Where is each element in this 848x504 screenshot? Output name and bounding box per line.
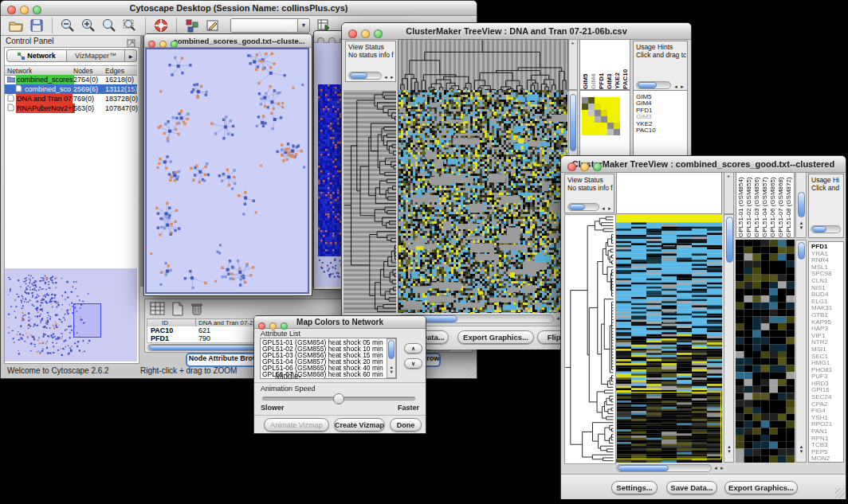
zoom-window-button[interactable] <box>374 29 383 38</box>
status-hscrollbar[interactable] <box>348 72 382 80</box>
view-status-panel: View StatusNo status info f ◄► <box>345 41 396 82</box>
column-label: GPL51-06 (GSM865) <box>769 173 777 237</box>
save-session-icon[interactable] <box>29 18 45 33</box>
usage-hints-panel: Usage HiClick and <box>808 174 844 238</box>
attribute-select-icon[interactable] <box>150 302 166 319</box>
row-dendrogram[interactable] <box>564 214 616 464</box>
dialog-button-create-vizmap[interactable]: Create Vizmap <box>334 418 385 432</box>
search-dropdown-button[interactable]: ▼ <box>297 18 310 33</box>
treeview2-resize-grip[interactable] <box>835 488 845 498</box>
search-input[interactable] <box>230 18 299 33</box>
minimize-button[interactable] <box>361 29 370 38</box>
treeview-button-settings-[interactable]: Settings... <box>611 481 658 494</box>
mini-vscrollbar[interactable]: ▲▼ <box>795 240 807 463</box>
hints-hscrollbar[interactable] <box>636 81 671 89</box>
heatmap-vscrollbar[interactable]: ▲▼ <box>724 214 734 463</box>
row-dendrogram[interactable] <box>344 90 396 313</box>
mini-heatmap-cell <box>588 104 595 110</box>
zoom-window-button[interactable] <box>281 322 288 330</box>
heatmap[interactable] <box>398 90 567 313</box>
move-down-button[interactable]: ∨ <box>404 358 422 369</box>
file-icon <box>15 84 23 94</box>
help-lifebuoy-icon[interactable] <box>153 18 169 33</box>
treeview-button-export-graphics-[interactable]: Export Graphics... <box>724 481 798 494</box>
network-table-row[interactable]: combined_sco2569(6)13112(15) <box>5 84 137 94</box>
status-hint-pan: Middle- <box>275 372 301 381</box>
network-canvas[interactable] <box>147 49 308 292</box>
zoom-window-button[interactable] <box>593 162 602 171</box>
dialog-button-animate-vizmap[interactable]: Animate Vizmap <box>264 418 329 432</box>
column-header: Nodes <box>73 67 93 75</box>
slider-thumb[interactable] <box>333 393 344 404</box>
attribute-list-vscrollbar[interactable]: ▲▼ <box>387 338 396 378</box>
column-labels-panel: GIM5GIM4PFD1GIM3YKE2PAC10 <box>579 39 630 90</box>
column-label: GPL51-02 (GSM855) <box>745 173 753 237</box>
treeview-button-save-data-[interactable]: Save Data... <box>666 481 717 494</box>
column-label: PAC10 <box>622 40 630 89</box>
minimize-button[interactable] <box>159 41 167 48</box>
treeview-button-export-graphics-[interactable]: Export Graphics... <box>457 330 534 344</box>
heatmap[interactable] <box>616 214 722 463</box>
close-button[interactable] <box>7 6 16 14</box>
network-table-row[interactable]: DNA and Tran 07769(0)183728(0) <box>5 94 137 104</box>
close-button[interactable] <box>567 162 576 171</box>
new-attribute-icon[interactable] <box>171 302 185 319</box>
tab-vizmapper[interactable]: VizMapper™ <box>67 49 125 62</box>
hints-hscrollbar[interactable] <box>811 225 841 233</box>
annotation-icon[interactable] <box>205 18 221 33</box>
zoom-selected-icon[interactable] <box>101 18 117 33</box>
scroll-arrows[interactable]: ◄► <box>601 205 614 213</box>
file-icon <box>7 94 15 104</box>
zoom-window-button[interactable] <box>171 41 178 48</box>
move-up-button[interactable]: ∧ <box>404 343 422 354</box>
mini-heatmap-cell <box>595 97 601 104</box>
tab-overflow-button[interactable]: ▶ <box>125 49 137 62</box>
gene-label: PAC10 <box>636 127 687 134</box>
minimize-button[interactable] <box>269 322 277 330</box>
mini-heatmap-cell <box>588 123 595 129</box>
speed-slider[interactable] <box>262 397 415 400</box>
open-session-icon[interactable] <box>8 18 24 33</box>
mini-heatmap-cell <box>614 97 620 104</box>
heatmap-hscrollbar[interactable] <box>616 464 712 472</box>
status-hscrollbar[interactable] <box>567 203 599 211</box>
zoom-out-icon[interactable] <box>60 18 76 33</box>
minimize-button[interactable] <box>20 6 29 14</box>
zoom-in-icon[interactable] <box>80 18 96 33</box>
scroll-arrows[interactable]: ◄► <box>713 466 726 471</box>
correlation-mini-heatmap[interactable] <box>582 97 620 135</box>
faster-label: Faster <box>398 404 419 412</box>
zoom-mini-heatmap[interactable] <box>736 240 795 463</box>
status-hint-zoom: Right-click + drag to ZOOM <box>140 366 237 375</box>
main-resize-grip[interactable] <box>466 368 476 377</box>
zoom-window-button[interactable] <box>33 6 41 14</box>
column-label: GPL51-08 (GSM872) <box>785 173 793 237</box>
mini-heatmap-cell <box>595 110 601 116</box>
dialog-button-done[interactable]: Done <box>390 418 422 432</box>
folder-icon <box>7 75 15 84</box>
network-name: combined_scores <box>16 75 74 84</box>
tab-network[interactable]: Network <box>6 49 67 62</box>
file-icon <box>7 104 15 113</box>
close-button[interactable] <box>258 322 265 330</box>
minimize-button[interactable] <box>580 162 589 171</box>
animation-speed-label: Animation Speed <box>261 385 316 393</box>
mini-heatmap-cell <box>614 129 620 135</box>
close-button[interactable] <box>348 29 357 38</box>
column-label: GIM4 <box>590 40 598 89</box>
mini-heatmap-cell <box>614 123 620 129</box>
delete-attribute-icon[interactable] <box>190 302 204 319</box>
toolbar-separator <box>176 18 177 33</box>
close-button[interactable] <box>148 41 155 48</box>
column-label: GIM3 <box>606 40 614 89</box>
network-table-row[interactable]: RNAPuberNov2+|563(0)107847(0) <box>5 104 137 113</box>
mini-heatmap-cell <box>607 97 614 104</box>
network-table-row[interactable]: combined_scores2764(0)16218(0) <box>5 75 137 84</box>
node-grid-icon[interactable] <box>184 18 200 33</box>
column-dendrogram[interactable] <box>398 39 568 92</box>
edges-count: 183728(0) <box>105 94 138 104</box>
birdseye-overview[interactable] <box>5 268 137 361</box>
scroll-arrows[interactable]: ◄► <box>383 73 396 81</box>
labels-vscrollbar[interactable]: ▲▼ <box>795 172 807 238</box>
zoom-fit-icon[interactable] <box>122 18 138 33</box>
